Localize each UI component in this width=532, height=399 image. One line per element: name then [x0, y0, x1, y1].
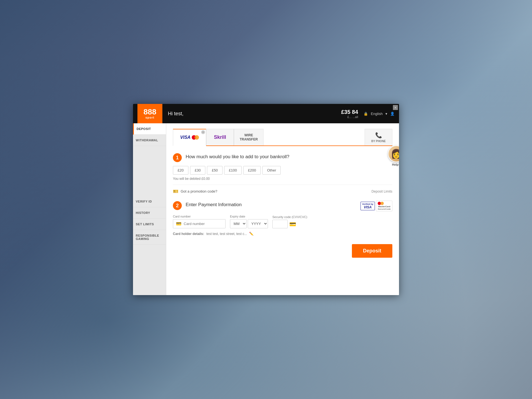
tab-wire-transfer[interactable]: WIRETRANSFER	[234, 129, 264, 145]
verified-visa-badge: Verified by VISA	[360, 202, 375, 210]
card-number-input[interactable]	[184, 222, 222, 226]
cardholder-label: Card holder details:	[173, 232, 204, 236]
amount-buttons-group: £20 £30 £50 £100 £200 Other	[173, 166, 392, 175]
sidebar-item-verify-id[interactable]: VERIFY ID	[133, 196, 166, 207]
card-chip-icon: 💳	[176, 221, 181, 226]
skrill-logo-text: Skrill	[214, 134, 226, 140]
card-number-input-wrap: 💳	[173, 219, 226, 228]
help-label: Help?	[392, 163, 399, 166]
lock-icon: 🔒	[364, 112, 368, 116]
user-icon[interactable]: 👤	[390, 112, 395, 116]
tab-by-phone[interactable]: 📞 BY PHONE	[365, 129, 392, 145]
step-1-number: 1	[173, 153, 182, 162]
wire-transfer-text: WIRETRANSFER	[240, 133, 258, 141]
chevron-down-icon: ▾	[385, 112, 387, 116]
amount-btn-other[interactable]: Other	[262, 166, 281, 175]
cvv-card-icon: 💳	[289, 221, 296, 227]
tab-close-visa[interactable]: ×	[201, 130, 205, 134]
phone-icon: 📞	[375, 132, 382, 139]
debit-note: You will be debited £0.00	[173, 177, 392, 181]
expiry-year-select[interactable]: YYYY 2024202520262027 202820292030	[248, 219, 268, 228]
amount-btn-50[interactable]: £50	[207, 166, 222, 175]
amount-btn-20[interactable]: £20	[173, 166, 188, 175]
sidebar-item-history[interactable]: HISTORY	[133, 207, 166, 219]
cardholder-details: Card holder details: test test, test str…	[173, 232, 392, 236]
help-bubble[interactable]: 👩 Help?	[388, 145, 399, 166]
promo-code-label: Got a promotion code?	[181, 189, 217, 193]
promo-code-link[interactable]: 🎫 Got a promotion code?	[173, 189, 217, 194]
tab-spacer	[264, 129, 365, 145]
header-icons: 🔒 English ▾ 👤	[364, 112, 395, 116]
logo-sport-text: sport	[145, 116, 155, 119]
deposit-limits-link[interactable]: Deposit Limits	[372, 190, 392, 193]
deposit-button[interactable]: Deposit	[352, 244, 392, 258]
modal-content: DEPOSIT WITHDRAWAL VERIFY ID HISTORY SET…	[133, 123, 399, 295]
section1-header: 1 How much would you like to add to your…	[173, 153, 392, 162]
amount-btn-100[interactable]: £100	[224, 166, 242, 175]
verified-badges: Verified by VISA MasterCard SecureCode	[360, 201, 392, 211]
gift-icon: 🎫	[173, 189, 178, 194]
brand-logo: 888 sport	[137, 104, 162, 123]
mastercard-secure-badge: MasterCard SecureCode	[376, 201, 392, 211]
section2-header: 2 Enter Payment Information	[173, 201, 360, 210]
section-payment-info: 2 Enter Payment Information Verified by …	[173, 201, 392, 258]
sidebar-item-withdrawal[interactable]: WITHDRAWAL	[133, 135, 166, 146]
header-balance-sub: £... ...all	[341, 115, 358, 119]
card-number-group: Card number 💳	[173, 215, 226, 228]
cvv-input[interactable]	[272, 220, 288, 228]
expiry-label: Expiry date	[230, 215, 268, 218]
modal-header: 888 sport Hi test, £35 84 £... ...all 🔒 …	[133, 104, 399, 123]
close-button[interactable]: ×	[393, 105, 398, 110]
help-avatar: 👩	[388, 145, 399, 162]
section1-title: How much would you like to add to your b…	[186, 153, 289, 160]
sidebar-item-set-limits[interactable]: SET LIMITS	[133, 219, 166, 230]
edit-icon[interactable]: ✏️	[249, 232, 254, 236]
main-panel: 👩 Help? VISA × Skrill W	[166, 123, 399, 295]
expiry-date-group: Expiry date MM 01020304 05060708 0910111…	[230, 215, 268, 228]
amount-btn-200[interactable]: £200	[243, 166, 261, 175]
by-phone-label: BY PHONE	[371, 140, 386, 143]
visa-logo-text: VISA	[180, 135, 190, 140]
amount-btn-30[interactable]: £30	[190, 166, 206, 175]
tab-skrill[interactable]: Skrill	[206, 129, 234, 145]
header-balance: £35 84	[341, 109, 358, 115]
step-2-number: 2	[173, 201, 182, 210]
section2-title: Enter Payment Information	[186, 201, 242, 208]
security-code-group: Security code (CVV/CVC) 💳	[272, 215, 307, 228]
sidebar-item-deposit[interactable]: DEPOSIT	[133, 123, 166, 135]
deposit-btn-row: Deposit	[173, 244, 392, 258]
header-greeting: Hi test,	[168, 111, 341, 117]
sidebar-item-responsible-gaming[interactable]: RESPONSIBLE GAMING	[133, 230, 166, 245]
payment-form-row: Card number 💳 Expiry date MM 01020304	[173, 215, 392, 228]
mastercard-circle-right	[195, 135, 199, 140]
security-code-label: Security code (CVV/CVC)	[272, 215, 307, 219]
sidebar: DEPOSIT WITHDRAWAL VERIFY ID HISTORY SET…	[133, 123, 166, 295]
card-number-label: Card number	[173, 215, 226, 218]
promo-row: 🎫 Got a promotion code? Deposit Limits	[173, 185, 392, 194]
header-balance-group: £35 84 £... ...all	[341, 109, 358, 119]
expiry-month-select[interactable]: MM 01020304 05060708 09101112	[230, 219, 247, 228]
language-selector[interactable]: English	[371, 112, 383, 116]
modal-container: 888 sport Hi test, £35 84 £... ...all 🔒 …	[133, 104, 399, 295]
tab-visa[interactable]: VISA ×	[173, 129, 206, 146]
cardholder-value: test test, test street, test c...	[206, 232, 247, 236]
section-bankroll: 1 How much would you like to add to your…	[173, 153, 392, 194]
payment-tabs: VISA × Skrill WIRETRANSFER 📞	[173, 129, 392, 146]
logo-888-text: 888	[144, 108, 157, 116]
